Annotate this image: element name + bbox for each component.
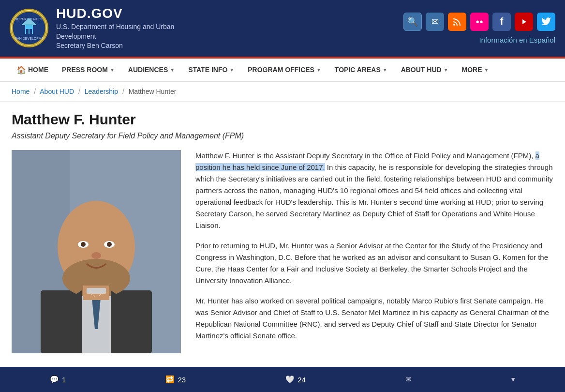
- department-name: U.S. Department of Housing and Urban Dev…: [56, 22, 174, 51]
- svg-point-22: [107, 242, 112, 247]
- content-area: Matthew F. Hunter is the Assistant Deput…: [12, 150, 553, 353]
- header-right: 🔍 ✉ ●● f Información en Español: [403, 13, 555, 44]
- svg-rect-7: [25, 24, 33, 26]
- facebook-icon[interactable]: f: [492, 13, 511, 31]
- bio-paragraph-3: Mr. Hunter has also worked on several po…: [195, 295, 553, 342]
- breadcrumb-about-hud[interactable]: About HUD: [40, 88, 74, 95]
- breadcrumb-separator: /: [34, 88, 36, 95]
- chevron-down-icon: ▼: [229, 67, 234, 73]
- chevron-down-icon: ▼: [110, 67, 115, 73]
- main-nav: 🏠 HOME PRESS ROOM ▼ AUDIENCES ▼ STATE IN…: [0, 59, 565, 82]
- svg-point-21: [81, 242, 86, 247]
- hud-logo[interactable]: DEPARTMENT OF URBAN DEVELOPMENT: [10, 9, 48, 47]
- breadcrumb-separator: /: [122, 88, 124, 95]
- bio-text: Matthew F. Hunter is the Assistant Deput…: [195, 150, 553, 353]
- nav-home[interactable]: 🏠 HOME: [10, 58, 55, 81]
- chevron-down-icon: ▼: [383, 67, 387, 73]
- header-title-block: HUD.GOV U.S. Department of Housing and U…: [56, 6, 174, 51]
- rss-icon[interactable]: [448, 13, 466, 31]
- youtube-icon[interactable]: [515, 13, 533, 31]
- social-icons-bar: 🔍 ✉ ●● f: [403, 13, 555, 31]
- bio-paragraph-1: Matthew F. Hunter is the Assistant Deput…: [195, 150, 553, 231]
- nav-press-room[interactable]: PRESS ROOM ▼: [55, 58, 121, 81]
- chevron-down-icon: ▼: [316, 67, 321, 73]
- main-content: Matthew F. Hunter Assistant Deputy Secre…: [0, 102, 565, 363]
- header-left: DEPARTMENT OF URBAN DEVELOPMENT HUD.GOV …: [10, 6, 174, 51]
- page-title: Matthew F. Hunter: [12, 111, 553, 128]
- twitter-icon[interactable]: [537, 13, 555, 31]
- breadcrumb-home[interactable]: Home: [12, 88, 30, 95]
- nav-state-info[interactable]: STATE INFO ▼: [181, 58, 241, 81]
- search-icon[interactable]: 🔍: [403, 13, 422, 31]
- svg-point-23: [91, 252, 101, 259]
- espanol-link[interactable]: Información en Español: [479, 36, 555, 44]
- email-icon[interactable]: ✉: [426, 13, 444, 31]
- nav-program-offices[interactable]: PROGRAM OFFICES ▼: [241, 58, 328, 81]
- breadcrumb-current: Matthew Hunter: [129, 88, 177, 95]
- profile-photo: [12, 150, 181, 353]
- svg-rect-6: [30, 29, 32, 34]
- svg-text:URBAN DEVELOPMENT: URBAN DEVELOPMENT: [12, 37, 46, 40]
- home-icon: 🏠: [16, 65, 26, 75]
- nav-about-hud[interactable]: ABOUT HUD ▼: [394, 58, 455, 81]
- page-subtitle: Assistant Deputy Secretary for Field Pol…: [12, 132, 553, 140]
- chevron-down-icon: ▼: [484, 67, 489, 73]
- breadcrumb-leadership[interactable]: Leadership: [85, 88, 118, 95]
- nav-audiences[interactable]: AUDIENCES ▼: [121, 58, 181, 81]
- breadcrumb: Home / About HUD / Leadership / Matthew …: [0, 82, 565, 102]
- site-title: HUD.GOV: [56, 6, 174, 21]
- svg-rect-5: [26, 29, 29, 34]
- chevron-down-icon: ▼: [444, 67, 448, 73]
- nav-more[interactable]: MORE ▼: [455, 58, 496, 81]
- site-header: DEPARTMENT OF URBAN DEVELOPMENT HUD.GOV …: [0, 0, 565, 59]
- svg-point-8: [453, 24, 455, 26]
- bio-paragraph-2: Prior to returning to HUD, Mr. Hunter wa…: [195, 240, 553, 286]
- flickr-icon[interactable]: ●●: [470, 13, 489, 31]
- nav-topic-areas[interactable]: TOPIC AREAS ▼: [328, 58, 394, 81]
- svg-rect-28: [87, 288, 106, 294]
- chevron-down-icon: ▼: [170, 67, 175, 73]
- breadcrumb-separator: /: [78, 88, 80, 95]
